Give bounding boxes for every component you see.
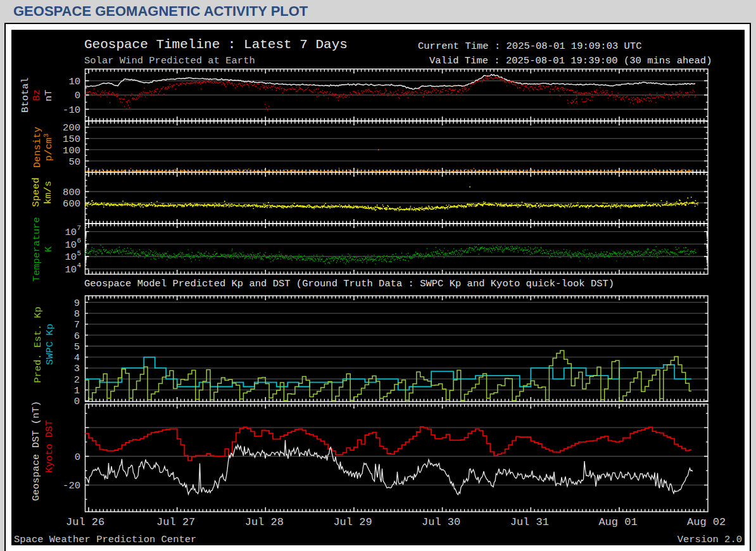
svg-text:10: 10 xyxy=(65,251,77,263)
svg-text:4: 4 xyxy=(77,262,82,269)
svg-text:km/s: km/s xyxy=(42,180,54,204)
svg-text:0: 0 xyxy=(75,90,80,101)
svg-text:Jul 27: Jul 27 xyxy=(156,516,195,528)
svg-text:150: 150 xyxy=(63,134,80,145)
svg-text:Btotal: Btotal xyxy=(20,77,31,113)
svg-text:nT: nT xyxy=(43,90,54,102)
svg-text:6: 6 xyxy=(77,237,82,244)
svg-text:1: 1 xyxy=(74,385,80,396)
svg-text:50: 50 xyxy=(68,156,80,168)
svg-text:Version 2.0: Version 2.0 xyxy=(677,534,742,545)
svg-text:0: 0 xyxy=(75,452,80,463)
svg-text:7: 7 xyxy=(77,224,82,232)
svg-text:Jul 26: Jul 26 xyxy=(66,516,104,528)
svg-text:Jul 28: Jul 28 xyxy=(245,516,284,528)
svg-text:Bz: Bz xyxy=(31,89,42,101)
svg-text:Kyoto DST: Kyoto DST xyxy=(44,420,55,473)
svg-text:Solar Wind Predicted at Earth: Solar Wind Predicted at Earth xyxy=(84,55,255,66)
svg-text:Density: Density xyxy=(32,127,43,168)
svg-text:5: 5 xyxy=(74,341,80,353)
svg-text:Jul 31: Jul 31 xyxy=(510,516,549,528)
svg-text:6: 6 xyxy=(74,331,80,342)
svg-text:K: K xyxy=(43,246,54,252)
svg-text:800: 800 xyxy=(63,187,80,198)
svg-text:10: 10 xyxy=(68,76,80,87)
svg-text:Speed: Speed xyxy=(30,177,42,207)
svg-text:Pred. Est. Kp: Pred. Est. Kp xyxy=(32,307,44,383)
svg-text:Current Time : 2025-08-01 19:0: Current Time : 2025-08-01 19:09:03 UTC xyxy=(418,41,641,52)
svg-text:SWPC Kp: SWPC Kp xyxy=(44,324,56,365)
svg-text:2: 2 xyxy=(74,374,80,386)
svg-text:Space Weather Prediction Cente: Space Weather Prediction Center xyxy=(14,534,196,545)
svg-text:8: 8 xyxy=(74,308,80,320)
svg-text:200: 200 xyxy=(63,122,80,134)
svg-text:100: 100 xyxy=(63,145,80,156)
svg-text:Aug 02: Aug 02 xyxy=(687,516,726,528)
svg-text:3: 3 xyxy=(74,363,80,374)
svg-text:Temperature: Temperature xyxy=(31,217,42,281)
svg-text:Aug 01: Aug 01 xyxy=(598,516,637,528)
svg-text:10: 10 xyxy=(65,264,77,276)
svg-text:-20: -20 xyxy=(63,480,80,491)
svg-text:4: 4 xyxy=(74,352,80,364)
svg-text:Geospace DST (nT): Geospace DST (nT) xyxy=(30,401,42,501)
svg-text:9: 9 xyxy=(74,298,80,309)
svg-text:Valid Time : 2025-08-01 19:39:: Valid Time : 2025-08-01 19:39:00 (30 min… xyxy=(429,55,712,66)
svg-text:7: 7 xyxy=(74,319,80,331)
svg-text:Jul 30: Jul 30 xyxy=(422,516,460,528)
svg-text:-10: -10 xyxy=(63,104,80,116)
svg-text:Jul 29: Jul 29 xyxy=(333,516,372,528)
svg-text:Geospace Timeline : Latest 7 D: Geospace Timeline : Latest 7 Days xyxy=(84,37,348,52)
svg-text:10: 10 xyxy=(65,227,77,238)
svg-text:Geospace Model Predicted Kp an: Geospace Model Predicted Kp and DST (Gro… xyxy=(84,278,614,289)
svg-text:600: 600 xyxy=(63,198,80,210)
svg-text:10: 10 xyxy=(65,239,77,251)
svg-text:5: 5 xyxy=(77,250,82,257)
svg-text:0: 0 xyxy=(74,396,80,407)
